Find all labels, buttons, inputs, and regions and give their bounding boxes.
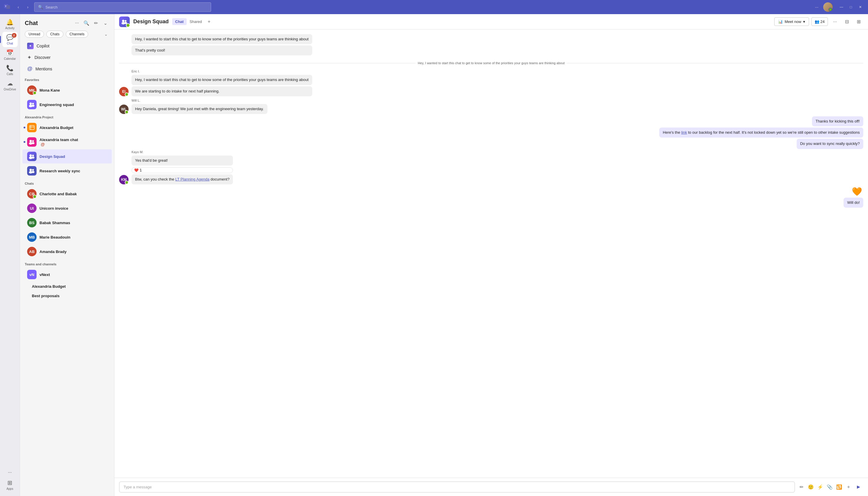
collapse-button[interactable]: ⌄ xyxy=(101,19,109,27)
titlebar-actions: ··· — □ ✕ xyxy=(812,2,865,12)
send-button[interactable]: ► xyxy=(854,482,863,492)
add-tab-button[interactable]: ＋ xyxy=(205,18,213,26)
chat-item-alexandria-team[interactable]: Alexandria team chat @ xyxy=(23,135,112,149)
filter-chats[interactable]: Chats xyxy=(46,31,63,38)
chat-item-marie[interactable]: MB Marie Beaudouin xyxy=(23,230,112,244)
sidebar-item-mentions[interactable]: @ Mentions xyxy=(23,63,112,74)
chat-item-research-weekly[interactable]: Research weekly sync xyxy=(23,164,112,178)
new-chat-button[interactable]: ✏ xyxy=(92,19,100,27)
filter-channels[interactable]: Channels xyxy=(66,31,88,38)
filter-dropdown[interactable]: ⌄ xyxy=(102,31,109,38)
chat-header-right: 📊 Meet now ▾ 👥 24 ··· ⊟ ⊞ xyxy=(774,17,863,27)
fullscreen-button[interactable]: ⊞ xyxy=(854,17,863,27)
participants-button[interactable]: 👥 24 xyxy=(811,17,828,26)
reaction-heart[interactable]: ❤️ 1 xyxy=(132,167,233,173)
svg-point-12 xyxy=(29,154,32,157)
svg-point-19 xyxy=(32,171,34,173)
chat-item-vnext[interactable]: vN vNext xyxy=(23,267,112,282)
alex-budget-ch-name: Alexandria Budget xyxy=(32,284,107,289)
more-header-button[interactable]: ··· xyxy=(830,17,840,27)
maximize-button[interactable]: □ xyxy=(847,3,855,11)
design-squad-avatar xyxy=(27,152,36,161)
calls-icon: 📞 xyxy=(6,64,14,72)
search-chats-button[interactable]: 🔍 xyxy=(82,19,90,27)
self-bubble-willdo: Will do! xyxy=(843,198,863,208)
eric-msg-content: Eric I. Hey, I wanted to start this chat… xyxy=(132,69,312,96)
kayo-msg-content: Kayo M. Yes that'd be great! ❤️ 1 Btw, c… xyxy=(132,150,233,184)
chat-item-engineering[interactable]: Engineering squad xyxy=(23,97,112,112)
lt-planning-link[interactable]: LT Planning Agenda xyxy=(176,177,210,182)
more-apps-button[interactable]: ··· xyxy=(2,468,18,477)
activity-icon: 🔔 xyxy=(6,18,14,26)
rail-item-chat[interactable]: 2 💬 Chat xyxy=(2,32,18,47)
chat-item-unicorn[interactable]: UI Unicorn invoice xyxy=(23,201,112,215)
reaction-count: 1 xyxy=(140,168,142,172)
sidebar-item-discover[interactable]: ✦ Discover xyxy=(23,52,112,63)
attach-button[interactable]: 📎 xyxy=(825,483,834,491)
design-squad-name: Design Squad xyxy=(40,154,107,159)
filter-unread[interactable]: Unread xyxy=(25,31,44,38)
chat-label: Chat xyxy=(7,42,13,45)
chat-item-mona[interactable]: MK Mona Kane xyxy=(23,83,112,97)
date-divider: Hey, I wanted to start this chat to get … xyxy=(119,61,863,65)
eric-avatar: EI xyxy=(119,87,129,96)
will-bubble: Hey Daniela, great timing! We just met w… xyxy=(132,104,267,114)
chat-item-alex-budget-channel[interactable]: Alexandria Budget xyxy=(23,282,112,291)
vnext-info: vNext xyxy=(40,273,107,277)
rail-item-apps[interactable]: ⊞ Apps xyxy=(2,477,18,493)
nav-buttons: ‹ › xyxy=(14,3,32,11)
message-group-kayo: KM Kayo M. Yes that'd be great! ❤️ 1 Btw… xyxy=(119,150,863,184)
close-button[interactable]: ✕ xyxy=(856,3,865,11)
chat-item-amanda[interactable]: AB Amanda Brady xyxy=(23,245,112,259)
backlog-link[interactable]: link xyxy=(682,130,687,135)
rail-item-onedrive[interactable]: ☁ OneDrive xyxy=(2,78,18,93)
titlebar: T ‹ › 🔍 ··· — □ ✕ xyxy=(0,0,868,14)
eric-bubble-1: Hey, I wanted to start this chat to get … xyxy=(132,75,312,85)
compose-input[interactable] xyxy=(119,482,795,493)
more-options-button[interactable]: ··· xyxy=(812,3,821,11)
search-input[interactable] xyxy=(45,5,207,10)
rail-item-calendar[interactable]: 📅 Calendar xyxy=(2,47,18,62)
copilot-label: Copilot xyxy=(36,44,49,48)
meet-now-button[interactable]: 📊 Meet now ▾ xyxy=(774,17,809,26)
marie-info: Marie Beaudouin xyxy=(40,235,107,239)
chat-item-design-squad[interactable]: Design Squad xyxy=(23,149,112,164)
loop-button[interactable]: 🔁 xyxy=(835,483,843,491)
eric-bubble-2: We are starting to do intake for next ha… xyxy=(132,86,312,96)
chat-item-best-proposals[interactable]: Best proposals xyxy=(23,291,112,300)
rail-item-calls[interactable]: 📞 Calls xyxy=(2,62,18,78)
sidebar-header-actions: ··· 🔍 ✏ ⌄ xyxy=(73,19,109,27)
sticker-button[interactable]: ⚡ xyxy=(816,483,824,491)
add-button[interactable]: ＋ xyxy=(844,483,853,491)
babak-name: Babak Shammas xyxy=(40,221,107,225)
chat-item-charlotte[interactable]: CB Charlotte and Babak xyxy=(23,187,112,201)
messages-area: EI Hey, I wanted to start this chat to g… xyxy=(115,29,868,478)
minimize-button[interactable]: — xyxy=(837,3,845,11)
layout-button[interactable]: ⊟ xyxy=(842,17,852,27)
msg-bubble-1: Hey, I wanted to start this chat to get … xyxy=(132,34,312,44)
rail-item-activity[interactable]: 🔔 Activity xyxy=(2,16,18,32)
chat-item-alexandria-budget[interactable]: Alexandria Budget xyxy=(23,121,112,135)
self-messages-group-1: Thanks for kicking this off! Here's the … xyxy=(119,117,863,149)
more-chats-button[interactable]: ··· xyxy=(73,19,81,27)
engineering-info: Engineering squad xyxy=(40,103,107,107)
chat-item-babak[interactable]: BS Babak Shammas xyxy=(23,216,112,230)
will-msg-content: Will L. Hey Daniela, great timing! We ju… xyxy=(132,99,267,114)
best-proposals-info: Best proposals xyxy=(32,294,107,298)
tab-chat[interactable]: Chat xyxy=(172,18,186,25)
back-button[interactable]: ‹ xyxy=(14,3,23,11)
svg-point-20 xyxy=(122,20,124,22)
emoji-button[interactable]: 🙂 xyxy=(807,483,815,491)
engineering-name: Engineering squad xyxy=(40,103,107,107)
format-button[interactable]: ✏ xyxy=(797,483,806,491)
research-weekly-name: Research weekly sync xyxy=(40,169,107,173)
forward-button[interactable]: › xyxy=(24,3,32,11)
vnext-name: vNext xyxy=(40,273,107,277)
unicorn-name: Unicorn invoice xyxy=(40,206,107,211)
alex-budget-ch-info: Alexandria Budget xyxy=(32,284,107,289)
amanda-avatar: AB xyxy=(27,247,36,256)
avatar[interactable] xyxy=(823,2,833,12)
engineering-avatar xyxy=(27,100,36,109)
tab-shared[interactable]: Shared xyxy=(186,18,205,25)
sidebar-item-copilot[interactable]: ✦ Copilot xyxy=(23,40,112,51)
